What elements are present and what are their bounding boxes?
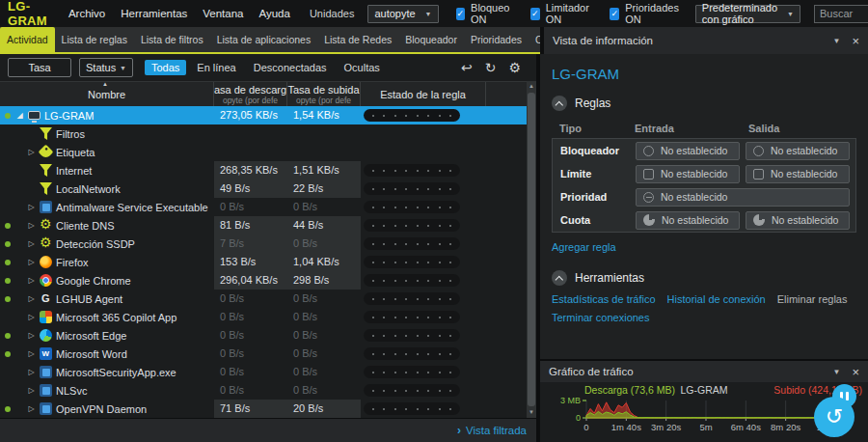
table-row[interactable]: ▷Detección SSDP7 B/s0 B/s [0, 235, 536, 253]
tab-lista-de-aplicaciones[interactable]: Lista de aplicaciones [210, 27, 317, 52]
column-download-rate[interactable]: asa de descarg opyte (por defe [214, 82, 287, 106]
rule-state-cell [361, 237, 486, 250]
undo-icon[interactable]: ↩ [461, 61, 473, 74]
collapse-panel-icon[interactable]: ▼ [832, 37, 840, 45]
tools-section-header[interactable]: Herramientas [552, 270, 856, 286]
table-row[interactable]: ▷Microsoft 365 Copilot App0 B/s0 B/s [0, 308, 536, 326]
table-row[interactable]: ▷MicrosoftSecurityApp.exe0 B/s0 B/s [0, 363, 536, 381]
table-row[interactable]: ▷Google Chrome296,04 KB/s298 B/s [0, 271, 536, 290]
table-row[interactable]: ▷Firefox153 B/s1,04 KB/s [0, 253, 536, 271]
chevron-up-circle-icon[interactable] [552, 270, 567, 286]
expander-icon[interactable]: ▷ [25, 349, 38, 358]
chevron-up-circle-icon[interactable] [552, 96, 567, 111]
checkbox-checked-icon[interactable]: ✓ [456, 8, 466, 20]
tab-cuotas[interactable]: Cuotas [529, 27, 540, 52]
menu-archivo[interactable]: Archivo [68, 8, 105, 19]
circle-minus-icon [643, 192, 654, 203]
menu-herramientas[interactable]: Herramientas [121, 8, 187, 19]
column-upload-rate[interactable]: Tasa de subida opyte (por defe [287, 82, 361, 106]
layout-select[interactable]: Predeterminado con gráfico ▼ [695, 5, 800, 23]
expander-icon[interactable]: ▷ [25, 221, 38, 230]
menu-ayuda[interactable]: Ayuda [259, 8, 290, 19]
table-row[interactable]: Internet268,35 KB/s1,51 KB/s [0, 161, 536, 180]
toggle-limitador-on[interactable]: ✓Limitador ON [530, 2, 592, 25]
expander-icon[interactable]: ▷ [25, 294, 38, 303]
filter-ocultas[interactable]: Ocultas [338, 60, 387, 75]
expander-icon[interactable]: ▷ [25, 276, 38, 285]
row-name-cell: LocalNetwork [0, 180, 214, 198]
menu-ventana[interactable]: Ventana [203, 8, 243, 19]
tool-link-terminar-conexiones[interactable]: Terminar conexiones [552, 312, 650, 323]
download-rate: 296,04 KB/s [214, 271, 287, 290]
table-row[interactable]: LocalNetwork49 B/s22 B/s [0, 180, 536, 198]
rule-not-set-button[interactable]: No establecido [636, 211, 740, 230]
table-row[interactable]: ▷OpenVPN Daemon71 B/s20 B/s [0, 400, 536, 418]
expander-icon[interactable]: ▷ [25, 239, 38, 248]
tab-prioridades[interactable]: Prioridades [464, 27, 529, 52]
tool-link-historial-de-conexión[interactable]: Historial de conexión [667, 293, 766, 305]
tab-lista-de-reglas[interactable]: Lista de reglas [55, 27, 134, 52]
rule-not-set-button[interactable]: No establecido [636, 142, 740, 160]
row-label: Microsoft Word [56, 348, 127, 360]
table-row[interactable]: ◢LG-GRAM273,05 KB/s1,54 KB/s [0, 106, 536, 124]
add-rule-link[interactable]: Agregar regla [552, 241, 616, 253]
gear-icon[interactable]: ⚙ [508, 61, 521, 74]
refresh-icon[interactable]: ↻ [485, 61, 497, 74]
table-row[interactable]: ▷Cliente DNS81 B/s44 B/s [0, 216, 536, 235]
checkbox-checked-icon[interactable]: ✓ [610, 8, 619, 20]
collapse-panel-icon[interactable]: ▼ [832, 368, 840, 376]
expander-icon[interactable]: ▷ [25, 368, 38, 376]
expander-icon[interactable]: ▷ [25, 313, 38, 321]
reset-zoom-button[interactable]: ↺ [814, 397, 854, 437]
close-panel-icon[interactable]: × [852, 34, 859, 48]
tab-actividad[interactable]: Actividad [0, 27, 55, 52]
expander-icon[interactable]: ▷ [25, 148, 38, 156]
download-rate: 7 B/s [214, 235, 287, 253]
rule-not-set-button[interactable]: No establecido [746, 211, 850, 230]
close-panel-icon[interactable]: × [852, 365, 859, 379]
tab-lista-de-filtros[interactable]: Lista de filtros [134, 27, 210, 52]
table-row[interactable]: ▷Antimalware Service Executable0 B/s0 B/… [0, 198, 536, 216]
expander-icon[interactable]: ▷ [25, 404, 38, 413]
row-name-cell: ▷MicrosoftSecurityApp.exe [0, 363, 214, 381]
rule-not-set-button[interactable]: No establecido [636, 165, 740, 183]
scroll-down-icon[interactable]: ▼ [529, 407, 534, 418]
rule-state-dots [364, 109, 460, 122]
rule-not-set-button[interactable]: No establecido [746, 142, 850, 160]
table-row[interactable]: ▷Etiqueta [0, 143, 536, 161]
toggle-label: Bloqueo ON [471, 2, 513, 25]
filter-en-línea[interactable]: En línea [190, 60, 242, 75]
rule-not-set-button[interactable]: No establecido [636, 188, 850, 207]
status-dropdown[interactable]: Status ▼ [79, 58, 133, 77]
tab-lista-de-redes[interactable]: Lista de Redes [317, 27, 398, 52]
filter-todas[interactable]: Todas [145, 60, 186, 75]
rate-button[interactable]: Tasa [8, 58, 71, 77]
toggle-bloqueo-on[interactable]: ✓Bloqueo ON [456, 2, 513, 25]
table-row[interactable]: Filtros [0, 124, 536, 143]
units-select[interactable]: autopyte ▼ [367, 5, 438, 23]
table-row[interactable]: ▷Microsoft Edge0 B/s0 B/s [0, 326, 536, 345]
firefox-icon [40, 256, 52, 268]
rule-not-set-button[interactable]: No establecido [746, 165, 850, 183]
table-row[interactable]: ▷Microsoft Word0 B/s0 B/s [0, 345, 536, 363]
expander-icon[interactable]: ◢ [14, 111, 26, 120]
scrollbar-thumb[interactable] [528, 93, 535, 406]
table-row[interactable]: ▷LGHUB Agent0 B/s0 B/s [0, 290, 536, 308]
tab-bloqueador[interactable]: Bloqueador [398, 27, 464, 52]
online-indicator [5, 113, 11, 119]
toggle-prioridades-on[interactable]: ✓Prioridades ON [610, 2, 682, 25]
filter-desconectadas[interactable]: Desconectadas [247, 60, 334, 75]
expander-icon[interactable]: ▷ [25, 386, 38, 395]
tool-link-estadísticas-de-tráfico[interactable]: Estadísticas de tráfico [552, 293, 656, 305]
vertical-scrollbar[interactable]: ▲ ▼ [527, 81, 536, 418]
expander-icon[interactable]: ▷ [25, 258, 38, 266]
expander-icon[interactable]: ▷ [25, 331, 38, 340]
search-input[interactable] [814, 5, 868, 23]
table-row[interactable]: ▷NLSvc0 B/s0 B/s [0, 381, 536, 400]
expander-icon[interactable]: ▷ [25, 203, 38, 211]
checkbox-checked-icon[interactable]: ✓ [530, 8, 540, 20]
filtered-view-link[interactable]: Vista filtrada [466, 425, 527, 436]
rules-section-header[interactable]: Reglas [552, 96, 856, 111]
scroll-up-icon[interactable]: ▲ [529, 81, 534, 92]
column-rule-state[interactable]: Estado de la regla [361, 82, 486, 106]
